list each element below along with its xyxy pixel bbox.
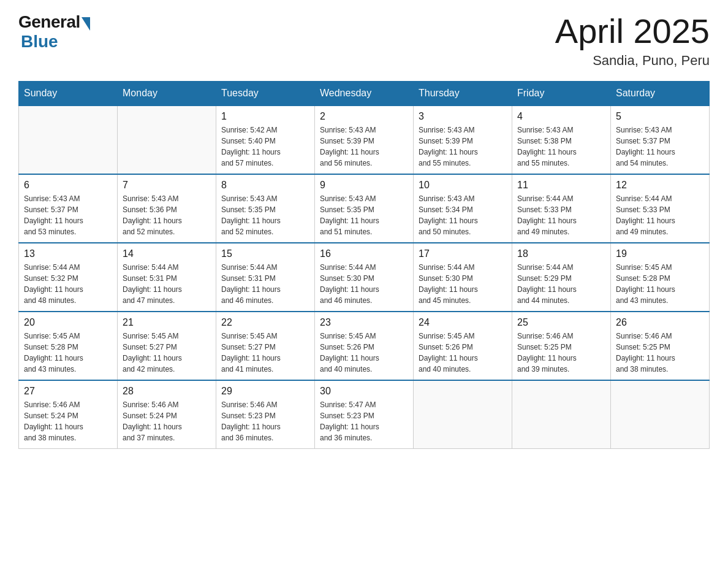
calendar-cell [414,380,512,449]
calendar-cell: 21Sunrise: 5:45 AM Sunset: 5:27 PM Dayli… [118,312,216,380]
calendar-cell: 3Sunrise: 5:43 AM Sunset: 5:39 PM Daylig… [414,105,512,174]
day-number: 22 [221,317,309,328]
logo: General Blue [18,12,90,52]
day-number: 30 [320,386,408,397]
day-info: Sunrise: 5:46 AM Sunset: 5:23 PM Dayligh… [221,399,309,443]
day-info: Sunrise: 5:44 AM Sunset: 5:30 PM Dayligh… [320,262,408,306]
day-number: 7 [123,180,211,191]
calendar-cell: 27Sunrise: 5:46 AM Sunset: 5:24 PM Dayli… [19,380,118,449]
calendar-cell: 30Sunrise: 5:47 AM Sunset: 5:23 PM Dayli… [315,380,414,449]
day-number: 12 [616,180,704,191]
title-section: April 2025 Sandia, Puno, Peru [555,12,710,69]
day-info: Sunrise: 5:45 AM Sunset: 5:26 PM Dayligh… [320,331,408,375]
calendar-cell: 18Sunrise: 5:44 AM Sunset: 5:29 PM Dayli… [512,243,611,312]
day-number: 21 [123,317,211,328]
day-number: 16 [320,248,408,259]
calendar-cell: 15Sunrise: 5:44 AM Sunset: 5:31 PM Dayli… [216,243,315,312]
day-info: Sunrise: 5:43 AM Sunset: 5:37 PM Dayligh… [24,193,112,237]
day-number: 13 [24,248,112,259]
day-info: Sunrise: 5:44 AM Sunset: 5:30 PM Dayligh… [419,262,507,306]
calendar-location: Sandia, Puno, Peru [555,53,710,69]
weekday-header-thursday: Thursday [414,81,512,105]
calendar-cell [512,380,611,449]
day-info: Sunrise: 5:45 AM Sunset: 5:28 PM Dayligh… [24,331,112,375]
calendar-cell: 20Sunrise: 5:45 AM Sunset: 5:28 PM Dayli… [19,312,118,380]
calendar-cell [19,105,118,174]
day-info: Sunrise: 5:43 AM Sunset: 5:34 PM Dayligh… [419,193,507,237]
day-info: Sunrise: 5:46 AM Sunset: 5:25 PM Dayligh… [616,331,704,375]
day-info: Sunrise: 5:43 AM Sunset: 5:39 PM Dayligh… [320,124,408,169]
day-info: Sunrise: 5:44 AM Sunset: 5:31 PM Dayligh… [123,262,211,306]
day-info: Sunrise: 5:44 AM Sunset: 5:29 PM Dayligh… [517,262,605,306]
calendar-cell: 11Sunrise: 5:44 AM Sunset: 5:33 PM Dayli… [512,174,611,243]
day-info: Sunrise: 5:46 AM Sunset: 5:25 PM Dayligh… [517,331,605,375]
day-info: Sunrise: 5:46 AM Sunset: 5:24 PM Dayligh… [123,399,211,443]
day-number: 18 [517,248,605,259]
day-info: Sunrise: 5:43 AM Sunset: 5:37 PM Dayligh… [616,124,704,169]
day-info: Sunrise: 5:44 AM Sunset: 5:32 PM Dayligh… [24,262,112,306]
day-number: 28 [123,386,211,397]
day-info: Sunrise: 5:44 AM Sunset: 5:31 PM Dayligh… [221,262,309,306]
calendar-table: SundayMondayTuesdayWednesdayThursdayFrid… [18,81,710,449]
calendar-cell: 1Sunrise: 5:42 AM Sunset: 5:40 PM Daylig… [216,105,315,174]
calendar-week-row: 6Sunrise: 5:43 AM Sunset: 5:37 PM Daylig… [19,174,710,243]
calendar-cell: 6Sunrise: 5:43 AM Sunset: 5:37 PM Daylig… [19,174,118,243]
weekday-header-row: SundayMondayTuesdayWednesdayThursdayFrid… [19,81,710,105]
day-info: Sunrise: 5:44 AM Sunset: 5:33 PM Dayligh… [616,193,704,237]
calendar-cell: 17Sunrise: 5:44 AM Sunset: 5:30 PM Dayli… [414,243,512,312]
calendar-week-row: 20Sunrise: 5:45 AM Sunset: 5:28 PM Dayli… [19,312,710,380]
calendar-cell: 16Sunrise: 5:44 AM Sunset: 5:30 PM Dayli… [315,243,414,312]
weekday-header-tuesday: Tuesday [216,81,315,105]
calendar-cell: 22Sunrise: 5:45 AM Sunset: 5:27 PM Dayli… [216,312,315,380]
day-info: Sunrise: 5:43 AM Sunset: 5:35 PM Dayligh… [320,193,408,237]
day-number: 2 [320,111,408,122]
day-info: Sunrise: 5:45 AM Sunset: 5:27 PM Dayligh… [123,331,211,375]
day-number: 24 [419,317,507,328]
day-number: 8 [221,180,309,191]
day-number: 15 [221,248,309,259]
calendar-cell: 19Sunrise: 5:45 AM Sunset: 5:28 PM Dayli… [611,243,710,312]
day-info: Sunrise: 5:46 AM Sunset: 5:24 PM Dayligh… [24,399,112,443]
calendar-cell: 9Sunrise: 5:43 AM Sunset: 5:35 PM Daylig… [315,174,414,243]
day-number: 29 [221,386,309,397]
day-number: 5 [616,111,704,122]
day-number: 4 [517,111,605,122]
day-info: Sunrise: 5:47 AM Sunset: 5:23 PM Dayligh… [320,399,408,443]
calendar-cell: 12Sunrise: 5:44 AM Sunset: 5:33 PM Dayli… [611,174,710,243]
weekday-header-saturday: Saturday [611,81,710,105]
day-info: Sunrise: 5:45 AM Sunset: 5:28 PM Dayligh… [616,262,704,306]
calendar-cell: 25Sunrise: 5:46 AM Sunset: 5:25 PM Dayli… [512,312,611,380]
day-number: 27 [24,386,112,397]
calendar-cell: 10Sunrise: 5:43 AM Sunset: 5:34 PM Dayli… [414,174,512,243]
logo-arrow-icon [82,17,90,31]
calendar-cell: 23Sunrise: 5:45 AM Sunset: 5:26 PM Dayli… [315,312,414,380]
day-info: Sunrise: 5:45 AM Sunset: 5:27 PM Dayligh… [221,331,309,375]
day-number: 26 [616,317,704,328]
day-info: Sunrise: 5:43 AM Sunset: 5:38 PM Dayligh… [517,124,605,169]
day-info: Sunrise: 5:42 AM Sunset: 5:40 PM Dayligh… [221,124,309,169]
day-number: 14 [123,248,211,259]
calendar-cell: 13Sunrise: 5:44 AM Sunset: 5:32 PM Dayli… [19,243,118,312]
calendar-week-row: 13Sunrise: 5:44 AM Sunset: 5:32 PM Dayli… [19,243,710,312]
day-number: 19 [616,248,704,259]
day-number: 10 [419,180,507,191]
logo-blue-text: Blue [21,32,58,52]
calendar-week-row: 1Sunrise: 5:42 AM Sunset: 5:40 PM Daylig… [19,105,710,174]
weekday-header-sunday: Sunday [19,81,118,105]
calendar-cell: 5Sunrise: 5:43 AM Sunset: 5:37 PM Daylig… [611,105,710,174]
calendar-cell: 8Sunrise: 5:43 AM Sunset: 5:35 PM Daylig… [216,174,315,243]
calendar-cell: 24Sunrise: 5:45 AM Sunset: 5:26 PM Dayli… [414,312,512,380]
day-number: 11 [517,180,605,191]
weekday-header-friday: Friday [512,81,611,105]
calendar-title: April 2025 [555,12,710,50]
day-number: 6 [24,180,112,191]
page-header: General Blue April 2025 Sandia, Puno, Pe… [18,12,710,69]
calendar-cell: 29Sunrise: 5:46 AM Sunset: 5:23 PM Dayli… [216,380,315,449]
calendar-cell [118,105,216,174]
calendar-cell: 4Sunrise: 5:43 AM Sunset: 5:38 PM Daylig… [512,105,611,174]
calendar-cell: 26Sunrise: 5:46 AM Sunset: 5:25 PM Dayli… [611,312,710,380]
calendar-cell: 7Sunrise: 5:43 AM Sunset: 5:36 PM Daylig… [118,174,216,243]
calendar-cell: 14Sunrise: 5:44 AM Sunset: 5:31 PM Dayli… [118,243,216,312]
weekday-header-wednesday: Wednesday [315,81,414,105]
day-number: 9 [320,180,408,191]
